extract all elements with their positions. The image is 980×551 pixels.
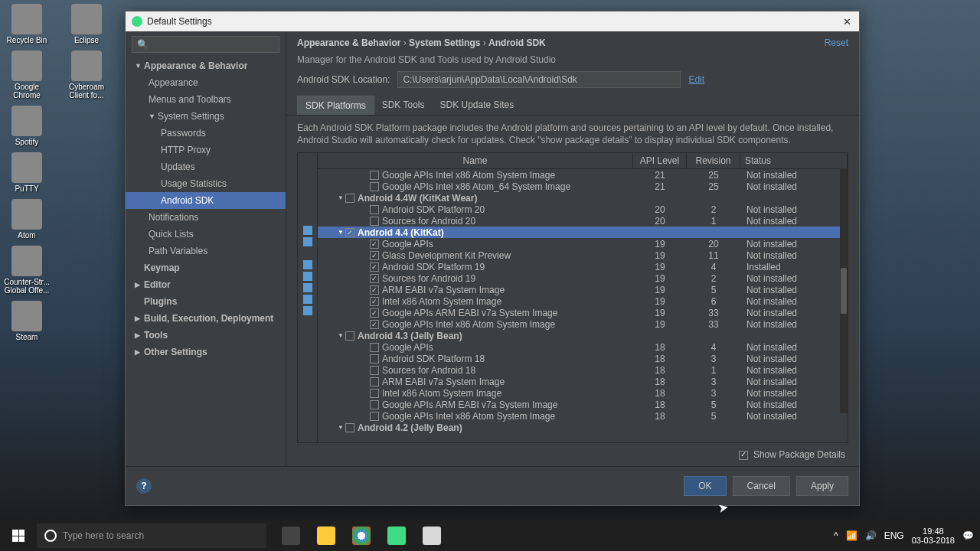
sidebar-item[interactable]: Updates — [126, 158, 286, 175]
table-row[interactable]: Google APIs ARM EABI v7a System Image193… — [318, 307, 848, 318]
checkbox-icon[interactable] — [370, 274, 379, 283]
tray-chevron-icon[interactable]: ^ — [834, 530, 838, 541]
sidebar-item[interactable]: ▶Build, Execution, Deployment — [126, 310, 286, 327]
download-icon[interactable] — [303, 260, 312, 269]
sidebar-item[interactable]: ▼Appearance & Behavior — [126, 57, 286, 74]
tab-sdk-platforms[interactable]: SDK Platforms — [297, 96, 374, 115]
checkbox-icon[interactable] — [370, 308, 379, 318]
table-row[interactable]: Glass Development Kit Preview1911Not ins… — [318, 249, 848, 261]
edit-link[interactable]: Edit — [688, 74, 704, 85]
sidebar-item[interactable]: ▶Editor — [126, 276, 286, 293]
checkbox-icon[interactable] — [370, 366, 379, 375]
checkbox-icon[interactable] — [370, 389, 379, 398]
apply-button[interactable]: Apply — [796, 476, 848, 496]
language-indicator[interactable]: ENG — [884, 530, 904, 541]
table-row[interactable]: Google APIs Intel x86 Atom System Image1… — [318, 318, 848, 330]
crumb-a[interactable]: Appearance & Behavior — [297, 37, 400, 48]
checkbox-icon[interactable] — [345, 331, 354, 341]
volume-icon[interactable]: 🔊 — [865, 530, 877, 541]
checkbox-icon[interactable] — [370, 297, 379, 306]
sidebar-item[interactable]: Usage Statistics — [126, 175, 286, 192]
search-bar[interactable]: Type here to search — [37, 523, 266, 548]
tab-sdk-tools[interactable]: SDK Tools — [374, 96, 433, 115]
settings-search-input[interactable] — [132, 36, 279, 53]
download-icon[interactable] — [303, 272, 312, 281]
desktop-icon[interactable]: Spotify — [4, 106, 50, 146]
table-row[interactable]: ▼Android 4.3 (Jelly Bean) — [318, 330, 848, 341]
table-row[interactable]: ARM EABI v7a System Image195Not installe… — [318, 284, 848, 295]
checkbox-icon[interactable] — [370, 377, 379, 386]
file-explorer-icon[interactable] — [309, 520, 343, 551]
desktop-icon[interactable]: PuTTY — [4, 152, 50, 193]
table-row[interactable]: ▼Android 4.4W (KitKat Wear) — [318, 192, 848, 204]
checkbox-icon[interactable] — [370, 251, 379, 260]
reset-link[interactable]: Reset — [825, 37, 848, 48]
sidebar-item[interactable]: Menus and Toolbars — [126, 91, 286, 108]
table-row[interactable]: Google APIs Intel x86 Atom System Image2… — [318, 169, 848, 181]
col-status[interactable]: Status — [740, 153, 848, 168]
table-row[interactable]: Android SDK Platform 19194Installed — [318, 261, 848, 272]
checkbox-icon[interactable] — [345, 423, 354, 432]
checkbox-icon[interactable] — [739, 451, 748, 460]
checkbox-icon[interactable] — [370, 262, 379, 272]
scrollbar[interactable] — [840, 168, 848, 413]
sidebar-item[interactable]: Keymap — [126, 259, 286, 276]
checkbox-icon[interactable] — [370, 412, 379, 421]
desktop-icon[interactable]: Google Chrome — [4, 51, 50, 99]
checkbox-icon[interactable] — [345, 194, 354, 203]
checkbox-icon[interactable] — [370, 320, 379, 329]
table-row[interactable]: ARM EABI v7a System Image183Not installe… — [318, 376, 848, 387]
table-row[interactable]: ▼Android 4.4 (KitKat) — [318, 227, 848, 238]
checkbox-icon[interactable] — [345, 228, 354, 237]
android-studio-icon[interactable] — [380, 520, 413, 551]
table-row[interactable]: Google APIs Intel x86 Atom System Image1… — [318, 410, 848, 422]
checkbox-icon[interactable] — [370, 343, 379, 352]
table-row[interactable]: Sources for Android 18181Not installed — [318, 364, 848, 376]
chrome-icon[interactable] — [345, 520, 378, 551]
sidebar-item[interactable]: Android SDK — [126, 192, 286, 209]
checkbox-icon[interactable] — [370, 217, 379, 226]
crumb-b[interactable]: System Settings — [409, 37, 480, 48]
sidebar-item[interactable]: Quick Lists — [126, 226, 286, 243]
checkbox-icon[interactable] — [370, 285, 379, 295]
download-icon[interactable] — [303, 283, 312, 292]
table-row[interactable]: Intel x86 Atom System Image183Not instal… — [318, 387, 848, 399]
scrollbar-thumb[interactable] — [841, 268, 847, 314]
sidebar-item[interactable]: ▶Tools — [126, 327, 286, 344]
sidebar-item[interactable]: HTTP Proxy — [126, 142, 286, 158]
download-icon[interactable] — [303, 237, 312, 246]
task-view-icon[interactable] — [274, 520, 308, 551]
col-name[interactable]: Name — [318, 153, 633, 168]
table-row[interactable]: Sources for Android 19192Not installed — [318, 272, 848, 284]
table-row[interactable]: Google APIs184Not installed — [318, 341, 848, 353]
checkbox-icon[interactable] — [370, 400, 379, 409]
sidebar-item[interactable]: ▼System Settings — [126, 108, 286, 125]
checkbox-icon[interactable] — [370, 354, 379, 364]
sidebar-item[interactable]: Appearance — [126, 74, 286, 91]
table-row[interactable]: Google APIs1920Not installed — [318, 238, 848, 249]
sdk-location-input[interactable] — [397, 71, 681, 88]
table-content[interactable]: Name API Level Revision Status Google AP… — [318, 153, 848, 442]
cancel-button[interactable]: Cancel — [733, 476, 790, 496]
checkbox-icon[interactable] — [370, 182, 379, 191]
notifications-icon[interactable]: 💬 — [962, 530, 974, 541]
col-rev[interactable]: Revision — [687, 153, 740, 168]
ok-button[interactable]: OK — [684, 476, 726, 496]
desktop-icon[interactable]: Atom — [4, 199, 50, 240]
tab-sdk-update-sites[interactable]: SDK Update Sites — [433, 96, 522, 115]
table-row[interactable]: Google APIs ARM EABI v7a System Image185… — [318, 399, 848, 410]
desktop-icon[interactable]: Eclipse — [64, 4, 109, 44]
download-icon[interactable] — [303, 295, 312, 304]
sidebar-item[interactable]: Passwords — [126, 125, 286, 142]
start-button[interactable] — [0, 520, 37, 551]
desktop-icon[interactable]: Counter-Str... Global Offe... — [4, 246, 50, 295]
desktop-icon[interactable]: Steam — [4, 301, 50, 341]
table-row[interactable]: Intel x86 Atom System Image196Not instal… — [318, 295, 848, 307]
sidebar-item[interactable]: Notifications — [126, 209, 286, 226]
help-icon[interactable]: ? — [136, 478, 152, 494]
clock[interactable]: 19:48 03-03-2018 — [912, 527, 955, 545]
checkbox-icon[interactable] — [370, 240, 379, 249]
table-row[interactable]: Android SDK Platform 18183Not installed — [318, 353, 848, 364]
table-row[interactable]: Android SDK Platform 20202Not installed — [318, 204, 848, 215]
table-row[interactable]: Google APIs Intel x86 Atom_64 System Ima… — [318, 181, 848, 192]
